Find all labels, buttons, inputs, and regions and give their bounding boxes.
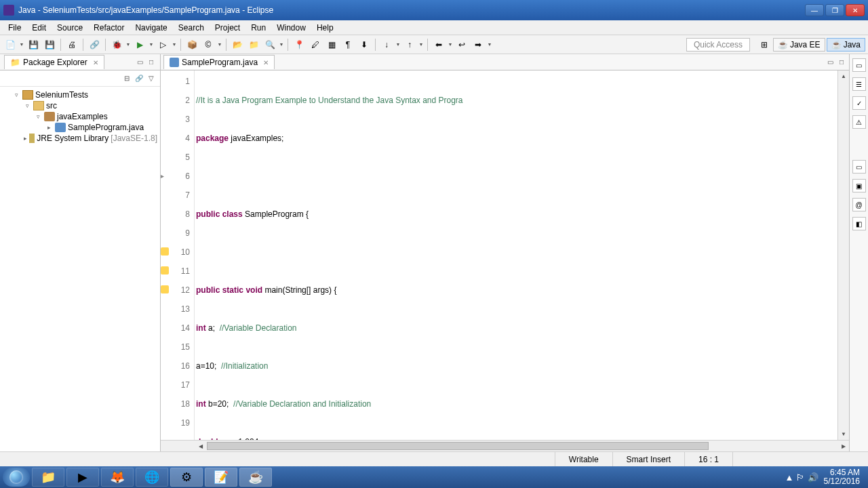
horizontal-scrollbar[interactable]: ◀ ▶ <box>195 441 849 451</box>
toggle-breakpoint-button[interactable]: 📍 <box>292 37 307 52</box>
maximize-view-button[interactable]: □ <box>146 58 156 67</box>
show-whitespace-button[interactable]: ¶ <box>340 37 355 52</box>
editor-tab[interactable]: SampleProgram.java ✕ <box>163 55 275 69</box>
notepad-task[interactable]: 📝 <box>205 468 237 487</box>
project-tree[interactable]: ▿SeleniumTests ▿src ▿javaExamples ▸Sampl… <box>0 87 160 451</box>
eclipse-task[interactable]: ☕ <box>239 468 272 487</box>
run-dropdown[interactable]: ▼ <box>149 42 154 47</box>
minimize-button[interactable]: — <box>805 4 824 16</box>
open-type-button[interactable]: 📂 <box>230 37 245 52</box>
tree-src[interactable]: ▿src <box>0 100 160 111</box>
restore-view-button[interactable]: ▭ <box>852 58 866 72</box>
start-button[interactable] <box>3 468 30 487</box>
minimize-view-button[interactable]: ▭ <box>135 58 144 67</box>
menu-source[interactable]: Source <box>52 21 88 35</box>
tree-project[interactable]: ▿SeleniumTests <box>0 89 160 100</box>
new-dropdown[interactable]: ▼ <box>19 42 24 47</box>
javadoc-view-button[interactable]: @ <box>852 198 866 211</box>
expand-icon[interactable]: ▿ <box>34 113 42 120</box>
maximize-button[interactable]: ❐ <box>825 4 844 16</box>
quick-access-input[interactable]: Quick Access <box>686 38 750 52</box>
console-view-button[interactable]: ▣ <box>852 179 866 192</box>
prev-annot-dropdown[interactable]: ▼ <box>418 42 424 47</box>
debug-button[interactable]: 🐞 <box>109 37 124 52</box>
perspective-java-ee[interactable]: ☕Java EE <box>773 38 825 52</box>
next-annot-dropdown[interactable]: ▼ <box>395 42 401 47</box>
expand-icon[interactable]: ▸ <box>45 124 53 131</box>
collapse-all-button[interactable]: ⊟ <box>122 74 132 83</box>
firefox-task[interactable]: 🦊 <box>101 468 134 487</box>
run-last-dropdown[interactable]: ▼ <box>172 42 177 47</box>
tree-file[interactable]: ▸SampleProgram.java <box>0 122 160 133</box>
problems-view-button[interactable]: ⚠ <box>852 115 866 129</box>
app-task-1[interactable]: ⚙ <box>170 468 203 487</box>
perspective-java[interactable]: ☕Java <box>827 38 865 52</box>
forward-button[interactable]: ➡ <box>471 37 486 52</box>
tree-package[interactable]: ▿javaExamples <box>0 111 160 122</box>
scroll-thumb[interactable] <box>207 442 709 450</box>
search-button[interactable]: 🔍 <box>262 37 277 52</box>
menu-refactor[interactable]: Refactor <box>88 21 130 35</box>
tree-jre[interactable]: ▸JRE System Library [JavaSE-1.8] <box>0 133 160 144</box>
debug-dropdown[interactable]: ▼ <box>125 42 131 47</box>
new-class-button[interactable]: © <box>201 37 216 52</box>
menu-search[interactable]: Search <box>173 21 210 35</box>
forward-dropdown[interactable]: ▼ <box>487 42 492 47</box>
link-editor-button[interactable]: 🔗 <box>134 74 144 83</box>
code-editor[interactable]: //It is a Java Program Example to Unders… <box>195 70 837 440</box>
expand-icon[interactable]: ▸ <box>23 135 27 142</box>
menu-project[interactable]: Project <box>210 21 245 35</box>
close-icon[interactable]: ✕ <box>263 59 269 66</box>
expand-icon[interactable]: ▿ <box>23 102 31 109</box>
link-button[interactable]: 🔗 <box>87 37 102 52</box>
block-select-button[interactable]: ▦ <box>324 37 339 52</box>
prev-annot-button[interactable]: ↑ <box>402 37 417 52</box>
save-button[interactable]: 💾 <box>26 37 41 52</box>
view-menu-button[interactable]: ▽ <box>146 74 156 83</box>
maximize-editor-button[interactable]: □ <box>837 58 846 67</box>
declaration-view-button[interactable]: ◧ <box>852 217 866 230</box>
new-button[interactable]: 📄 <box>3 37 18 52</box>
close-icon[interactable]: ✕ <box>93 59 98 66</box>
vertical-scrollbar[interactable]: ▲ ▼ <box>837 70 849 440</box>
last-edit-button[interactable]: ↩ <box>454 37 469 52</box>
search-dropdown[interactable]: ▼ <box>279 42 284 47</box>
scroll-right-icon[interactable]: ▶ <box>837 441 849 451</box>
windows-taskbar[interactable]: 📁 ▶ 🦊 🌐 ⚙ 📝 ☕ ▲ 🏳 🔊 6:45 AM 5/12/2016 <box>0 466 868 488</box>
tray-icons[interactable]: ▲ 🏳 🔊 <box>785 473 818 482</box>
menu-file[interactable]: File <box>3 21 26 35</box>
run-button[interactable]: ▶ <box>132 37 147 52</box>
menu-navigate[interactable]: Navigate <box>130 21 172 35</box>
explorer-task[interactable]: 📁 <box>32 468 64 487</box>
run-last-button[interactable]: ▷ <box>155 37 170 52</box>
menu-run[interactable]: Run <box>245 21 271 35</box>
new-package-button[interactable]: 📦 <box>184 37 199 52</box>
next-annot-button[interactable]: ↓ <box>379 37 394 52</box>
back-dropdown[interactable]: ▼ <box>448 42 453 47</box>
line-number-gutter[interactable]: 1 2 3 4 5 6 7 8 9 10 11 12 13 14 15 16 1… <box>161 70 195 440</box>
chrome-task[interactable]: 🌐 <box>136 468 168 487</box>
back-button[interactable]: ⬅ <box>431 37 446 52</box>
tasks-view-button[interactable]: ✓ <box>852 96 866 110</box>
close-button[interactable]: ✕ <box>846 4 865 16</box>
annot-next-button[interactable]: ⬇ <box>357 37 372 52</box>
menu-edit[interactable]: Edit <box>26 21 52 35</box>
print-button[interactable]: 🖨 <box>64 37 79 52</box>
menu-help[interactable]: Help <box>311 21 339 35</box>
save-all-button[interactable]: 💾 <box>42 37 57 52</box>
minimize-editor-button[interactable]: ▭ <box>825 58 835 67</box>
mark-occur-button[interactable]: 🖊 <box>308 37 323 52</box>
outline-view-button[interactable]: ☰ <box>852 77 866 91</box>
scroll-up-icon[interactable]: ▲ <box>838 70 849 82</box>
open-task-button[interactable]: 📁 <box>246 37 261 52</box>
scroll-left-icon[interactable]: ◀ <box>195 441 206 451</box>
package-explorer-tab[interactable]: 📁 Package Explorer ✕ <box>4 55 104 69</box>
expand-icon[interactable]: ▿ <box>12 92 20 98</box>
scroll-down-icon[interactable]: ▼ <box>838 428 849 440</box>
media-player-task[interactable]: ▶ <box>66 468 99 487</box>
menu-window[interactable]: Window <box>271 21 311 35</box>
restore-view2-button[interactable]: ▭ <box>852 160 866 174</box>
system-tray[interactable]: ▲ 🏳 🔊 6:45 AM 5/12/2016 <box>785 468 865 486</box>
new-class-dropdown[interactable]: ▼ <box>217 42 222 47</box>
open-perspective-button[interactable]: ⊞ <box>757 37 772 52</box>
